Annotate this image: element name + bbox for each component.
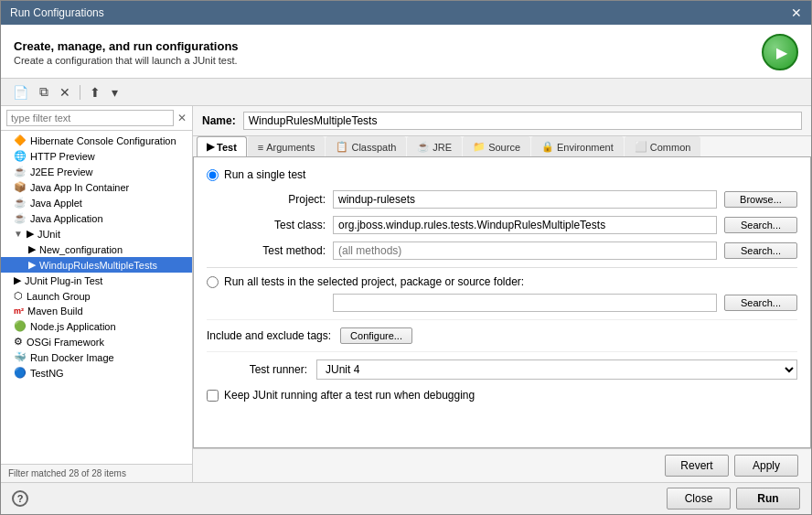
new-config-button[interactable]: 📄	[8, 82, 33, 102]
filter-box: ✕	[1, 106, 192, 131]
tree-icon-nodejs: 🟢	[14, 320, 27, 332]
window-close-button[interactable]: ✕	[791, 5, 802, 20]
tree-item-windup[interactable]: ▶WindupRulesMultipleTests	[1, 257, 192, 273]
tree-item-docker[interactable]: 🐳Run Docker Image	[1, 349, 192, 365]
tree-label-docker: Run Docker Image	[30, 352, 114, 363]
run-single-radio-option: Run a single test	[207, 168, 797, 181]
configure-tags-button[interactable]: Configure...	[340, 327, 412, 344]
header-area: Create, manage, and run configurations C…	[1, 25, 811, 79]
export-button[interactable]: ⬆	[85, 82, 105, 102]
delete-button[interactable]: ✕	[55, 82, 75, 102]
revert-button[interactable]: Revert	[665, 455, 729, 477]
tab-jre[interactable]: ☕JRE	[407, 136, 462, 156]
testclass-field-row: Test class: Search...	[225, 216, 797, 234]
tree-item-new_configuration[interactable]: ▶New_configuration	[1, 241, 192, 257]
tree-item-maven[interactable]: m²Maven Build	[1, 304, 192, 318]
tab-label-arguments: Arguments	[266, 142, 315, 153]
keep-junit-row: Keep JUnit running after a test run when…	[207, 389, 797, 402]
tree-item-nodejs[interactable]: 🟢Node.js Application	[1, 318, 192, 334]
tab-classpath[interactable]: 📋Classpath	[326, 136, 406, 156]
tree-icon-new_configuration: ▶	[28, 243, 36, 255]
run-single-radio[interactable]	[207, 169, 219, 181]
tab-test[interactable]: ▶Test	[197, 136, 247, 156]
tab-icon-arguments: ≡	[258, 142, 263, 153]
tree-item-java-application[interactable]: ☕Java Application	[1, 210, 192, 226]
run-all-radio[interactable]	[207, 276, 219, 288]
tab-label-source: Source	[488, 142, 520, 153]
sidebar-footer: Filter matched 28 of 28 items	[1, 464, 192, 482]
tree-icon-junit: ▶	[27, 228, 34, 240]
tree-item-hibernate[interactable]: 🔶Hibernate Console Configuration	[1, 133, 192, 148]
project-browse-button[interactable]: Browse...	[724, 191, 797, 208]
testmethod-field-row: Test method: Search...	[225, 241, 797, 260]
help-button[interactable]: ?	[12, 490, 28, 507]
tab-label-test: Test	[217, 142, 237, 153]
project-input[interactable]	[333, 190, 717, 209]
tree-label-windup: WindupRulesMultipleTests	[39, 260, 157, 271]
dialog-title: Run Configurations	[10, 6, 104, 19]
header-title: Create, manage, and run configurations	[14, 39, 239, 53]
filter-button[interactable]: ▾	[107, 82, 123, 102]
runner-select[interactable]: JUnit 4JUnit 5	[316, 359, 797, 380]
tree-icon-osgi: ⚙	[14, 336, 23, 348]
duplicate-button[interactable]: ⧉	[35, 81, 53, 102]
tree-label-http: HTTP Preview	[30, 151, 95, 162]
testclass-search-button[interactable]: Search...	[724, 217, 797, 233]
tree-item-java-container[interactable]: 📦Java App In Container	[1, 179, 192, 195]
tree-label-launch-group: Launch Group	[27, 291, 91, 302]
sidebar: ✕ 🔶Hibernate Console Configuration🌐HTTP …	[1, 106, 193, 482]
title-bar: Run Configurations ✕	[1, 1, 811, 25]
tree-item-junit[interactable]: ▼▶JUnit	[1, 226, 192, 241]
main-content: ✕ 🔶Hibernate Console Configuration🌐HTTP …	[1, 106, 811, 482]
tab-environment[interactable]: 🔒Environment	[531, 136, 624, 156]
tree-icon-hibernate: 🔶	[14, 134, 27, 146]
tree-icon-java-container: 📦	[14, 181, 27, 193]
testmethod-input[interactable]	[333, 241, 717, 260]
tree-icon-docker: 🐳	[14, 351, 27, 363]
tab-arguments[interactable]: ≡Arguments	[248, 136, 326, 156]
close-button[interactable]: Close	[667, 488, 731, 510]
testmethod-search-button[interactable]: Search...	[724, 242, 797, 259]
tree-label-j2ee: J2EE Preview	[30, 166, 92, 177]
tree-label-java-container: Java App In Container	[30, 182, 129, 193]
tree-label-maven: Maven Build	[27, 306, 83, 317]
tree-icon-http: 🌐	[14, 150, 27, 162]
filter-input[interactable]	[6, 110, 174, 126]
keep-junit-checkbox[interactable]	[207, 390, 219, 402]
tree-item-http[interactable]: 🌐HTTP Preview	[1, 148, 192, 164]
tree-label-junit: JUnit	[37, 229, 60, 240]
run-all-search-input[interactable]	[333, 294, 717, 312]
tab-label-common: Common	[650, 142, 691, 153]
testclass-input[interactable]	[333, 216, 717, 234]
tree-item-testng[interactable]: 🔵TestNG	[1, 365, 192, 381]
tree-item-launch-group[interactable]: ⬡Launch Group	[1, 288, 192, 304]
tree-icon-launch-group: ⬡	[14, 290, 23, 302]
tree-item-osgi[interactable]: ⚙OSGi Framework	[1, 334, 192, 349]
tree-icon-junit-plugin: ▶	[14, 274, 21, 286]
tree-item-j2ee[interactable]: ☕J2EE Preview	[1, 164, 192, 179]
run-button[interactable]: Run	[736, 488, 800, 510]
run-all-search-button[interactable]: Search...	[724, 295, 797, 311]
config-name-input[interactable]	[243, 112, 802, 130]
tree: 🔶Hibernate Console Configuration🌐HTTP Pr…	[1, 131, 192, 464]
name-label: Name:	[202, 114, 236, 127]
tree-item-junit-plugin[interactable]: ▶JUnit Plug-in Test	[1, 273, 192, 288]
tab-content: Run a single test Project: Browse... Tes…	[193, 157, 811, 448]
footer-right-buttons: Close Run	[667, 488, 800, 510]
tree-label-nodejs: Node.js Application	[30, 321, 116, 332]
tab-icon-test: ▶	[207, 141, 214, 153]
tab-source[interactable]: 📁Source	[463, 136, 530, 156]
runner-row: Test runner: JUnit 4JUnit 5	[207, 359, 797, 380]
testmethod-label: Test method:	[225, 244, 326, 257]
tab-common[interactable]: ⬜Common	[625, 136, 701, 156]
tree-label-hibernate: Hibernate Console Configuration	[30, 135, 176, 146]
run-all-radio-option: Run all tests in the selected project, p…	[207, 275, 797, 288]
filter-clear-button[interactable]: ✕	[177, 112, 187, 124]
tree-item-java-applet[interactable]: ☕Java Applet	[1, 195, 192, 210]
apply-button[interactable]: Apply	[734, 455, 798, 477]
tags-row: Include and exclude tags: Configure...	[207, 319, 797, 352]
tab-label-jre: JRE	[433, 142, 452, 153]
header-text: Create, manage, and run configurations C…	[14, 39, 239, 66]
tab-icon-common: ⬜	[635, 141, 647, 153]
run-icon[interactable]	[762, 34, 798, 70]
